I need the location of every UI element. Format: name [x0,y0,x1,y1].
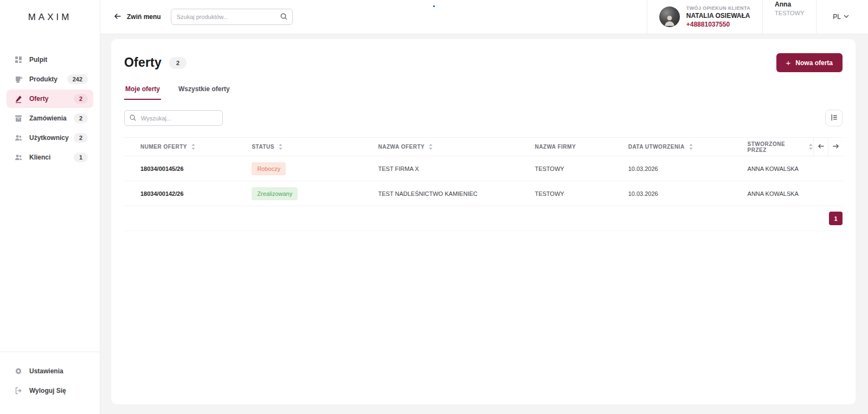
users-icon [14,133,23,142]
sidebar-item-badge: 1 [74,152,88,162]
sort-icon [191,144,196,150]
sidebar-item-badge: 2 [74,113,88,123]
sidebar-item-badge: 2 [74,94,88,104]
caretaker-avatar[interactable] [659,7,680,27]
column-label: DATA UTWORZENIA [628,144,685,150]
pagination: 1 [124,206,843,231]
sort-icon [428,144,433,150]
table-row[interactable]: 18034/00145/26RoboczyTEST FIRMA XTESTOWY… [124,156,843,181]
new-offer-label: Nowa oferta [795,59,833,67]
cell-company-name: TESTOWY [518,165,612,172]
column-header-stworzone-przez[interactable]: STWORZONE PRZEZ [731,138,813,156]
caretaker-label: TWÓJ OPIEKUN KLIENTA [686,5,750,11]
sidebar-item-label: Zamówienia [29,114,74,122]
column-label: NUMER OFERTY [140,144,187,150]
status-badge: Roboczy [252,162,286,175]
sort-icon [278,144,283,150]
cell-created-date: 10.03.2026 [612,165,731,172]
products-icon [14,75,23,84]
main-column: Zwiń menu TWÓJ OPIEKUN KLIENTA NATALIA O… [100,0,868,414]
arrow-right-icon [832,142,839,152]
cell-created-by: ANNA KOWALSKA [731,165,813,172]
title-row: Oferty 2 + Nowa oferta [124,53,843,72]
sidebar-item-oferty[interactable]: Oferty2 [7,90,93,108]
pencil-icon [14,94,23,103]
column-header-nazwa-firmy: NAZWA FIRMY [518,138,612,156]
chevron-down-icon [843,13,850,21]
app-root: MAXIM PulpitProdukty242Oferty2Zamówienia… [0,0,868,414]
cell-offer-name: TEST FIRMA X [362,165,519,172]
next-columns-button[interactable] [828,138,843,156]
sidebar-item-badge: 242 [67,74,88,84]
search-icon [129,114,137,122]
language-label: PL [833,13,841,21]
column-header-data-utworzenia[interactable]: DATA UTWORZENIA [612,138,731,156]
table-header: NUMER OFERTYSTATUSNAZWA OFERTYNAZWA FIRM… [124,137,843,156]
sidebar-item-wyloguj-si-[interactable]: Wyloguj Się [7,381,93,400]
sidebar-item-pulpit[interactable]: Pulpit [7,50,93,69]
cell-status: Roboczy [235,162,362,175]
search-icon[interactable] [280,12,288,21]
sort-icon [689,144,693,150]
table-body: 18034/00145/26RoboczyTEST FIRMA XTESTOWY… [124,156,843,206]
sidebar-item-u-ytkownicy[interactable]: Użytkownicy2 [7,129,93,147]
prev-columns-button[interactable] [813,138,828,156]
offers-tabs: Moje ofertyWszystkie oferty [124,85,843,100]
filter-row [124,110,843,126]
sidebar-item-badge: 2 [74,133,88,143]
sidebar-item-label: Klienci [29,154,74,161]
sidebar-footer-nav: UstawieniaWyloguj Się [0,352,100,414]
offers-count-badge: 2 [169,57,187,69]
logout-icon [14,386,23,395]
page-button[interactable]: 1 [829,212,843,225]
list-settings-icon [830,113,838,123]
sidebar-item-produkty[interactable]: Produkty242 [7,70,93,88]
product-search [171,9,293,25]
caretaker-phone[interactable]: +48881037550 [686,20,750,29]
cell-offer-number: 18034/00145/26 [124,165,235,172]
topbar-right: TWÓJ OPIEKUN KLIENTA NATALIA OSIEWAŁA +4… [647,0,868,34]
column-label: STATUS [252,144,274,150]
sort-icon [808,144,813,150]
offers-card: Oferty 2 + Nowa oferta Moje ofertyWszyst… [111,39,856,404]
cell-created-date: 10.03.2026 [612,190,731,197]
product-search-input[interactable] [171,9,293,25]
orders-icon [14,114,23,123]
tab-wszystkie-oferty[interactable]: Wszystkie oferty [177,85,231,100]
offers-search-input[interactable] [124,110,223,126]
arrow-left-icon [818,142,825,152]
status-badge: Zrealizowany [252,187,298,200]
offers-search [124,110,223,126]
sidebar-item-label: Oferty [29,95,74,103]
user-company: TESTOWY [775,9,804,17]
sidebar-item-label: Wyloguj Się [29,387,88,394]
cell-offer-number: 18034/00142/26 [124,190,235,197]
sidebar-item-label: Ustawienia [29,367,88,375]
page-title: Oferty [124,55,162,70]
cell-company-name: TESTOWY [518,190,612,197]
column-label: STWORZONE PRZEZ [748,141,805,153]
plus-icon: + [786,59,791,67]
offers-table: NUMER OFERTYSTATUSNAZWA OFERTYNAZWA FIRM… [124,137,843,231]
sidebar-item-label: Pulpit [29,56,88,63]
brand-logo: MAXIM [0,0,100,34]
column-settings-button[interactable] [825,110,843,126]
tab-moje-oferty[interactable]: Moje oferty [124,85,161,100]
language-selector[interactable]: PL [816,0,868,34]
sidebar-item-ustawienia[interactable]: Ustawienia [7,362,93,380]
column-header-numer-oferty[interactable]: NUMER OFERTY [124,138,235,156]
new-offer-button[interactable]: + Nowa oferta [776,53,843,72]
table-row[interactable]: 18034/00142/26ZrealizowanyTEST NADLEŚNIC… [124,181,843,206]
column-header-nazwa-oferty[interactable]: NAZWA OFERTY [362,138,519,156]
collapse-menu-label: Zwiń menu [127,13,161,21]
collapse-menu-button[interactable]: Zwiń menu [113,12,161,22]
sidebar-item-zam-wienia[interactable]: Zamówienia2 [7,109,93,128]
sidebar-item-klienci[interactable]: Klienci1 [7,148,93,167]
column-header-status[interactable]: STATUS [235,138,362,156]
user-menu[interactable]: Anna TESTOWY [762,0,816,34]
cell-status: Zrealizowany [235,187,362,200]
sidebar-item-label: Produkty [29,75,67,83]
content-area: Oferty 2 + Nowa oferta Moje ofertyWszyst… [100,34,868,414]
arrow-left-icon [113,12,122,22]
clients-icon [14,153,23,162]
